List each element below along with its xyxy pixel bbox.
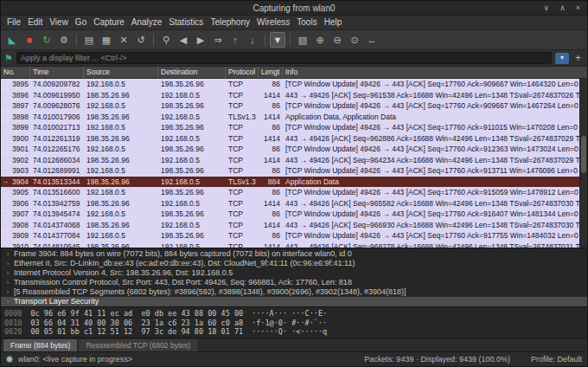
- related-marker-icon: →: [1, 177, 10, 188]
- packet-row[interactable]: ·390874.014374068198.35.26.96192.168.0.5…: [1, 220, 587, 231]
- expander-icon[interactable]: ›: [4, 259, 11, 268]
- detail-line[interactable]: ›Internet Protocol Version 4, Src: 198.3…: [1, 268, 587, 278]
- maximize-button[interactable]: ∧: [559, 4, 566, 12]
- menu-item-view[interactable]: View: [46, 16, 72, 29]
- packet-row[interactable]: ·390674.013942759198.35.26.96192.168.0.5…: [1, 198, 587, 209]
- profile-label[interactable]: Profile: Default: [531, 355, 582, 364]
- restart-capture-icon[interactable]: ↻: [39, 32, 54, 48]
- col-info: 443 → 49426 [ACK] Seq=968278 Ack=16688 W…: [283, 241, 587, 248]
- detail-line[interactable]: ›[5 Reassembled TCP Segments (6802 bytes…: [1, 287, 587, 297]
- menu-item-tools[interactable]: Tools: [293, 16, 320, 29]
- expert-info-icon[interactable]: [6, 356, 13, 363]
- close-file-icon[interactable]: ✕: [116, 32, 131, 48]
- packet-row[interactable]: ·390574.013516600192.168.0.5198.35.26.96…: [1, 187, 587, 198]
- detail-line[interactable]: ›Frame 3904: 884 bytes on wire (7072 bit…: [1, 249, 587, 259]
- column-header-info[interactable]: Info: [283, 67, 587, 78]
- filter-bookmark-icon[interactable]: ⚑: [4, 54, 13, 63]
- related-marker-icon: ·: [1, 198, 10, 209]
- col-length: 884: [259, 177, 283, 188]
- column-header-destination[interactable]: Destination: [158, 67, 226, 78]
- save-file-icon[interactable]: ▦: [99, 32, 114, 48]
- zoom-normal-icon[interactable]: ⊙: [347, 32, 362, 48]
- zoom-out-icon[interactable]: ⊖: [329, 32, 345, 48]
- packet-row[interactable]: ·389674.009619950198.35.26.96192.168.0.5…: [1, 90, 587, 101]
- col-source: 198.35.26.96: [84, 177, 158, 188]
- col-time: 74.014810545: [30, 241, 84, 248]
- column-header-no[interactable]: No.: [1, 67, 30, 78]
- hex-row[interactable]: 002000 05 01 bb c1 12 51 12 97 3c de 94 …: [4, 327, 584, 337]
- packet-list-scrollbar[interactable]: [579, 78, 587, 248]
- go-to-packet-icon[interactable]: ⇒: [210, 32, 226, 48]
- col-time: 74.012265176: [30, 144, 84, 155]
- zoom-in-icon[interactable]: ⊕: [312, 32, 328, 48]
- menu-item-statistics[interactable]: Statistics: [165, 16, 207, 29]
- hex-row[interactable]: 001003 66 04 31 40 00 30 06 23 1a c6 23 …: [4, 319, 584, 328]
- menu-item-file[interactable]: File: [3, 16, 24, 29]
- packet-row[interactable]: ·390074.012261319198.35.26.96192.168.0.5…: [1, 133, 587, 145]
- menu-item-telephony[interactable]: Telephony: [207, 16, 253, 29]
- byte-tab[interactable]: Frame (884 bytes): [3, 339, 77, 351]
- detail-line[interactable]: ›Ethernet II, Src: D-LinkIn_db:ee:43 (ec…: [1, 259, 587, 268]
- expander-icon[interactable]: ›: [4, 287, 11, 297]
- auto-scroll-icon[interactable]: ▼: [270, 32, 285, 48]
- packet-row[interactable]: ·391074.014810545198.35.26.96192.168.0.5…: [1, 241, 587, 248]
- scrollbar-thumb[interactable]: [581, 136, 586, 173]
- menu-item-wireless[interactable]: Wireless: [253, 16, 293, 29]
- detail-line[interactable]: ›Transport Layer Security: [1, 297, 587, 306]
- column-header-lengt[interactable]: Lengt: [259, 67, 283, 78]
- packet-row[interactable]: ·389574.009209782192.168.0.5198.35.26.96…: [1, 79, 587, 90]
- packet-row[interactable]: ·390374.012689991192.168.0.5198.35.26.96…: [1, 165, 587, 177]
- go-first-packet-icon[interactable]: ↑: [227, 32, 243, 48]
- packet-row[interactable]: →390474.013513344198.35.26.96192.168.0.5…: [1, 177, 587, 188]
- col-protocol: TCP: [226, 220, 259, 231]
- add-filter-button[interactable]: +: [572, 53, 584, 63]
- menu-item-analyze[interactable]: Analyze: [128, 16, 166, 29]
- expander-icon[interactable]: ›: [4, 297, 11, 306]
- column-header-time[interactable]: Time: [30, 67, 84, 78]
- col-time: 74.013942759: [30, 198, 84, 209]
- menu-item-help[interactable]: Help: [321, 16, 346, 29]
- col-time: 74.009628076: [30, 100, 84, 112]
- minimize-button[interactable]: ∨: [544, 4, 550, 12]
- reload-file-icon[interactable]: ↺: [133, 32, 149, 48]
- related-marker-icon: ·: [1, 220, 10, 231]
- col-protocol: TCP: [226, 144, 259, 155]
- go-back-icon[interactable]: ◀: [176, 32, 191, 48]
- detail-line[interactable]: ›Transmission Control Protocol, Src Port…: [1, 278, 587, 287]
- packet-row[interactable]: ·389974.010021713192.168.0.5198.35.26.96…: [1, 122, 587, 133]
- window-controls: ∨∧×: [544, 1, 580, 15]
- packet-row[interactable]: ·390774.013945474192.168.0.5198.35.26.96…: [1, 209, 587, 220]
- title-bar[interactable]: Capturing from wlan0 ∨∧×: [1, 1, 587, 16]
- expander-icon[interactable]: ›: [4, 268, 11, 278]
- find-packet-icon[interactable]: ⚲: [158, 32, 174, 48]
- menu-item-edit[interactable]: Edit: [24, 16, 46, 29]
- hex-bytes: 0c 96 e6 9f 41 11 ec ad e0 db ee 43 08 0…: [30, 309, 243, 319]
- capture-options-icon[interactable]: ⚙: [56, 32, 72, 48]
- packet-row[interactable]: ·390974.014377084192.168.0.5198.35.26.96…: [1, 230, 587, 241]
- column-header-protocol[interactable]: Protocol: [226, 67, 259, 78]
- column-header-source[interactable]: Source: [84, 67, 158, 78]
- colorize-packets-icon[interactable]: ▧: [295, 32, 310, 48]
- go-forward-icon[interactable]: ▶: [193, 32, 208, 48]
- close-button[interactable]: ×: [576, 4, 580, 12]
- stop-capture-icon[interactable]: ■: [22, 32, 37, 48]
- packet-row[interactable]: ·389874.010017906198.35.26.96192.168.0.5…: [1, 112, 587, 123]
- display-filter-input[interactable]: [16, 52, 552, 64]
- hex-row[interactable]: 00000c 96 e6 9f 41 11 ec ad e0 db ee 43 …: [4, 309, 584, 319]
- packet-row[interactable]: ·389774.009628076192.168.0.5198.35.26.96…: [1, 100, 587, 112]
- packet-row[interactable]: ·390174.012265176192.168.0.5198.35.26.96…: [1, 144, 587, 155]
- menu-item-go[interactable]: Go: [72, 16, 90, 29]
- toolbar-separator: [76, 34, 77, 46]
- col-length: 1414: [259, 198, 283, 209]
- byte-tab[interactable]: Reassembled TCP (6802 bytes): [79, 339, 197, 351]
- packet-row[interactable]: ·390274.012686034198.35.26.96192.168.0.5…: [1, 155, 587, 166]
- go-last-packet-icon[interactable]: ↓: [245, 32, 260, 48]
- hex-view: 00000c 96 e6 9f 41 11 ec ad e0 db ee 43 …: [1, 306, 587, 338]
- resize-columns-icon[interactable]: ↔: [364, 32, 380, 48]
- menu-item-capture[interactable]: Capture: [90, 16, 128, 29]
- start-capture-icon[interactable]: ◣: [4, 32, 20, 48]
- expander-icon[interactable]: ›: [4, 249, 11, 259]
- filter-dropdown-icon[interactable]: ▾: [555, 53, 569, 64]
- open-file-icon[interactable]: ▤: [81, 32, 97, 48]
- expander-icon[interactable]: ›: [4, 278, 11, 287]
